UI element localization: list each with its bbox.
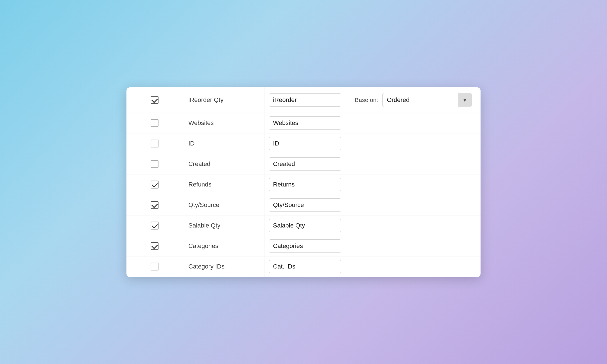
base-on-label-ireorder-qty: Base on: [355, 97, 378, 103]
table-row: ID [126, 133, 481, 154]
table-row: Category IDs [126, 256, 481, 277]
checkbox-category-ids[interactable] [151, 263, 158, 270]
row-label-salable-qty: Salable Qty [189, 222, 221, 229]
text-input-websites[interactable] [269, 116, 341, 130]
base-on-wrap-ireorder-qty: Base on:Ordered [350, 90, 476, 110]
text-input-refunds[interactable] [269, 178, 341, 191]
table-row: Categories [126, 236, 481, 256]
row-label-qty-source: Qty/Source [189, 201, 219, 208]
text-input-created[interactable] [269, 157, 341, 171]
row-label-id: ID [189, 140, 195, 147]
select-arrow-ireorder-qty[interactable] [458, 93, 471, 107]
table-row: Salable Qty [126, 215, 481, 236]
checkbox-categories[interactable] [151, 242, 158, 250]
checkbox-refunds[interactable] [151, 181, 158, 188]
checkbox-wrap-salable-qty [150, 220, 160, 231]
settings-card: iReorder QtyBase on:OrderedWebsitesIDCre… [126, 87, 481, 277]
table-row: Qty/Source [126, 195, 481, 215]
table-row: Created [126, 154, 481, 174]
row-label-category-ids: Category IDs [189, 263, 225, 270]
checkbox-wrap-category-ids [150, 261, 160, 272]
checkbox-wrap-id [150, 138, 160, 149]
table-row: Refunds [126, 174, 481, 195]
checkbox-qty-source[interactable] [151, 201, 158, 209]
row-label-categories: Categories [189, 242, 218, 249]
text-input-id[interactable] [269, 137, 341, 150]
row-label-ireorder-qty: iReorder Qty [189, 96, 224, 103]
select-value-ireorder-qty: Ordered [383, 94, 458, 106]
row-label-websites: Websites [189, 119, 214, 126]
text-input-qty-source[interactable] [269, 198, 341, 212]
table-row: iReorder QtyBase on:Ordered [126, 87, 481, 113]
table-row: Websites [126, 113, 481, 133]
row-label-refunds: Refunds [189, 181, 212, 188]
text-input-ireorder-qty[interactable] [269, 93, 341, 107]
row-label-created: Created [189, 160, 210, 167]
select-wrap-ireorder-qty[interactable]: Ordered [382, 93, 472, 107]
checkbox-ireorder-qty[interactable] [151, 96, 158, 104]
checkbox-id[interactable] [151, 140, 158, 147]
checkbox-wrap-ireorder-qty [150, 95, 160, 105]
checkbox-wrap-created [150, 159, 160, 169]
text-input-category-ids[interactable] [269, 260, 341, 273]
columns-table: iReorder QtyBase on:OrderedWebsitesIDCre… [126, 87, 481, 277]
checkbox-created[interactable] [151, 160, 158, 168]
checkbox-salable-qty[interactable] [151, 222, 158, 229]
checkbox-wrap-websites [150, 118, 160, 128]
checkbox-wrap-refunds [150, 179, 160, 190]
checkbox-websites[interactable] [151, 119, 158, 127]
checkbox-wrap-categories [150, 241, 160, 251]
text-input-salable-qty[interactable] [269, 219, 341, 232]
text-input-categories[interactable] [269, 239, 341, 253]
checkbox-wrap-qty-source [150, 200, 160, 210]
